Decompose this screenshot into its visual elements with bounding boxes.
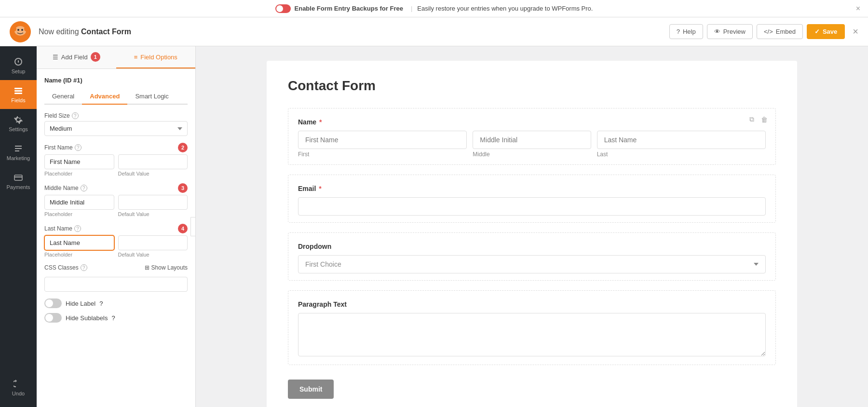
- banner-toggle[interactable]: [275, 4, 291, 13]
- last-name-label: Last Name ? 4: [44, 224, 188, 233]
- banner-close-icon[interactable]: ×: [856, 4, 860, 13]
- help-button[interactable]: ? Help: [669, 24, 703, 39]
- left-panel-tabs: ☰ Add Field 1 ≡ Field Options: [37, 46, 195, 69]
- middle-name-label: Middle Name ? 3: [44, 183, 188, 193]
- email-field-label: Email *: [298, 185, 766, 192]
- help-icon: ?: [677, 28, 680, 35]
- collapse-panel-button[interactable]: ‹: [190, 217, 196, 236]
- field-section-title: Name (ID #1): [44, 77, 188, 84]
- last-name-default-label: Default Value: [118, 252, 188, 258]
- last-name-placeholder-input[interactable]: [44, 235, 114, 250]
- last-name-help-icon[interactable]: ?: [74, 225, 81, 232]
- first-name-label: First Name ? 2: [44, 143, 188, 152]
- middle-name-preview-input[interactable]: [473, 131, 591, 149]
- sidebar-setup-label: Setup: [12, 68, 26, 74]
- add-icon: ☰: [53, 54, 58, 61]
- svg-point-1: [14, 26, 26, 36]
- svg-rect-10: [14, 176, 22, 177]
- dropdown-field-block[interactable]: Dropdown First Choice: [288, 232, 776, 281]
- hide-sublabels-toggle[interactable]: [44, 313, 62, 323]
- field-size-group: Field Size ? Medium Small Large: [44, 112, 188, 136]
- css-classes-input[interactable]: [44, 277, 188, 292]
- dropdown-field-label: Dropdown: [298, 243, 766, 250]
- top-banner: Enable Form Entry Backups for Free | Eas…: [0, 0, 868, 17]
- last-sublabel: Last: [597, 151, 766, 158]
- sidebar-item-marketing[interactable]: Marketing: [0, 138, 37, 167]
- css-classes-label: CSS Classes ?: [44, 264, 87, 271]
- header-title: Now editing Contact Form: [39, 27, 669, 36]
- last-name-default-input[interactable]: [118, 235, 188, 250]
- middle-sublabel: Middle: [473, 151, 591, 158]
- name-field-block[interactable]: Name * ⧉ 🗑 First Middle: [288, 108, 776, 165]
- embed-button[interactable]: </> Embed: [757, 24, 803, 39]
- banner-separator: |: [411, 5, 412, 12]
- sidebar-item-setup[interactable]: Setup: [0, 51, 37, 80]
- first-name-help-icon[interactable]: ?: [75, 144, 81, 151]
- css-classes-help-icon[interactable]: ?: [81, 264, 87, 271]
- left-panel: ☰ Add Field 1 ≡ Field Options Name (ID #…: [37, 46, 196, 407]
- hide-label-toggle[interactable]: [44, 298, 62, 308]
- banner-description: Easily restore your entries when you upg…: [417, 5, 593, 12]
- show-layouts-link[interactable]: ⊞ Show Layouts: [145, 264, 188, 271]
- hide-sublabels-toggle-label: Hide Sublabels: [66, 314, 108, 322]
- middle-name-field: Middle: [473, 131, 591, 158]
- svg-point-5: [24, 27, 28, 31]
- hide-label-help-icon[interactable]: ?: [99, 300, 103, 307]
- first-name-preview-input[interactable]: [298, 131, 467, 149]
- svg-rect-9: [14, 175, 22, 180]
- field-sub-tabs: General Advanced Smart Logic: [44, 89, 188, 105]
- name-delete-button[interactable]: 🗑: [759, 114, 770, 124]
- tab-add-field[interactable]: ☰ Add Field 1: [37, 46, 116, 68]
- sidebar-item-undo[interactable]: Undo: [0, 373, 37, 402]
- hide-label-row: Hide Label ?: [44, 298, 188, 308]
- add-field-badge: 1: [91, 52, 100, 62]
- name-field-label: Name *: [298, 118, 766, 126]
- tab-smart-logic[interactable]: Smart Logic: [127, 89, 176, 105]
- sidebar: Setup Fields Settings Marketing Payments…: [0, 46, 37, 407]
- hide-sublabels-help-icon[interactable]: ?: [111, 314, 115, 322]
- middle-name-placeholder-input[interactable]: [44, 195, 114, 210]
- field-size-label: Field Size ?: [44, 112, 188, 119]
- header-actions: ? Help 👁 Preview </> Embed ✓ Save ×: [669, 24, 858, 39]
- email-field-block[interactable]: Email *: [288, 175, 776, 223]
- preview-button[interactable]: 👁 Preview: [707, 24, 753, 39]
- sidebar-fields-label: Fields: [11, 97, 25, 103]
- main-layout: Setup Fields Settings Marketing Payments…: [0, 46, 868, 407]
- middle-name-help-icon[interactable]: ?: [81, 185, 87, 191]
- email-preview-input[interactable]: [298, 197, 766, 216]
- header-close-button[interactable]: ×: [853, 26, 858, 37]
- paragraph-preview-textarea[interactable]: [298, 313, 766, 356]
- first-name-default-input[interactable]: [118, 154, 188, 169]
- first-name-placeholder-label: Placeholder: [44, 171, 114, 176]
- tab-field-options[interactable]: ≡ Field Options: [116, 46, 196, 68]
- sidebar-item-payments[interactable]: Payments: [0, 167, 37, 196]
- sidebar-item-settings[interactable]: Settings: [0, 109, 37, 138]
- tab-advanced[interactable]: Advanced: [82, 89, 127, 105]
- badge-2: 2: [178, 143, 188, 152]
- first-name-placeholder-input[interactable]: [44, 154, 114, 169]
- paragraph-field-block[interactable]: Paragraph Text: [288, 290, 776, 365]
- sidebar-payments-label: Payments: [7, 184, 30, 190]
- name-copy-button[interactable]: ⧉: [747, 114, 756, 124]
- last-name-preview-input[interactable]: [597, 131, 766, 149]
- submit-button[interactable]: Submit: [288, 380, 334, 399]
- middle-name-group: Middle Name ? 3 Placeholder Default Valu…: [44, 183, 188, 217]
- middle-name-default-label: Default Value: [118, 211, 188, 217]
- sidebar-item-fields[interactable]: Fields: [0, 80, 37, 109]
- last-name-inputs: Placeholder Default Value: [44, 235, 188, 258]
- field-options-section: Name (ID #1) General Advanced Smart Logi…: [37, 69, 195, 335]
- field-size-select[interactable]: Medium Small Large: [44, 121, 188, 136]
- layout-icon: ⊞: [145, 264, 149, 271]
- hide-label-toggle-label: Hide Label: [66, 300, 95, 307]
- save-button[interactable]: ✓ Save: [807, 24, 845, 39]
- tab-general[interactable]: General: [44, 89, 82, 105]
- email-required-star: *: [319, 185, 321, 192]
- header: Now editing Contact Form ? Help 👁 Previe…: [0, 17, 868, 46]
- sidebar-settings-label: Settings: [9, 126, 28, 132]
- name-fields-container: First Middle Last: [298, 131, 766, 158]
- dropdown-preview-select[interactable]: First Choice: [298, 255, 766, 273]
- middle-name-default-input[interactable]: [118, 195, 188, 210]
- first-name-default-label: Default Value: [118, 171, 188, 176]
- field-size-help-icon[interactable]: ?: [72, 112, 79, 119]
- first-sublabel: First: [298, 151, 467, 158]
